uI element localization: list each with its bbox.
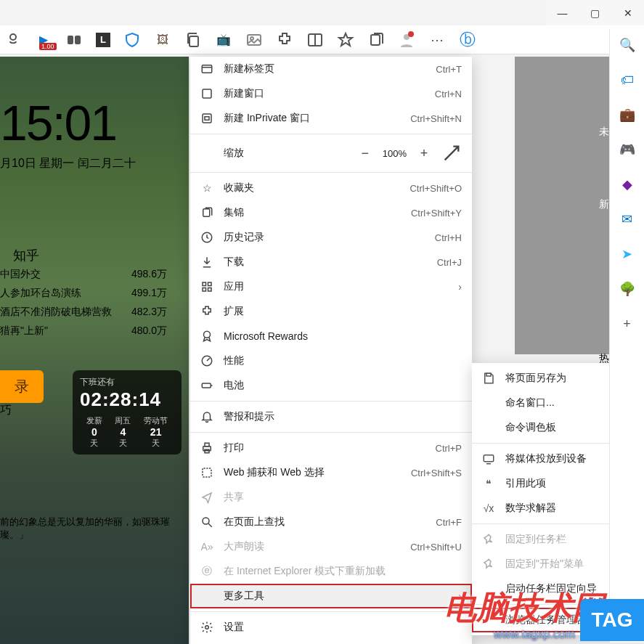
outlook-icon[interactable]: ✉ (617, 209, 637, 229)
profile-avatar[interactable] (398, 31, 415, 49)
menu-print[interactable]: 打印Ctrl+P (190, 436, 472, 460)
readaloud-icon: A» (200, 540, 213, 553)
feed-source: 知乎 (13, 247, 39, 264)
read-icon[interactable] (65, 31, 83, 49)
ie-icon: ⓔ (200, 565, 213, 578)
feed-item[interactable]: 中国外交498.6万 (0, 265, 174, 284)
menu-help[interactable]: 帮助和反馈› (190, 640, 472, 644)
games-icon[interactable]: 🎮 (617, 139, 637, 160)
cast-icon (482, 452, 495, 465)
picture-icon[interactable] (245, 31, 263, 49)
menu-downloads[interactable]: 下载Ctrl+J (190, 250, 472, 274)
zoom-in-button[interactable]: + (414, 143, 434, 163)
menu-webcapture[interactable]: Web 捕获和 Web 选择Ctrl+Shift+S (190, 460, 472, 485)
extension-icon[interactable] (276, 31, 293, 49)
split-icon[interactable] (306, 31, 324, 49)
svg-rect-17 (203, 282, 206, 286)
svg-point-21 (204, 331, 211, 338)
svg-rect-12 (203, 89, 211, 98)
window-minimize-button[interactable]: — (546, 0, 579, 25)
menu-extensions[interactable]: 扩展 (190, 299, 472, 324)
svg-point-28 (203, 518, 209, 524)
notification-dot-icon (408, 31, 414, 37)
favorites-icon[interactable] (337, 31, 354, 49)
svg-rect-32 (486, 373, 491, 376)
extension-icon (200, 305, 213, 318)
send-icon[interactable]: ➤ (617, 244, 637, 264)
fullscreen-button[interactable] (441, 143, 462, 163)
print-icon (200, 441, 213, 455)
window-maximize-button[interactable]: ▢ (579, 0, 611, 25)
feed-item[interactable]: 人参加环台岛演练499.1万 (0, 284, 174, 303)
collections-icon[interactable] (367, 31, 385, 49)
menu-new-tab[interactable]: 新建标签页Ctrl+T (190, 57, 472, 81)
feed-item[interactable]: 酒店不准消防破电梯营救482.3万 (0, 303, 174, 322)
tips-label: 巧 (0, 403, 12, 418)
save-icon (482, 372, 495, 385)
search-icon[interactable]: 🔍 (617, 35, 637, 55)
menu-performance[interactable]: 性能 (190, 349, 472, 373)
window-close-button[interactable]: ✕ (611, 0, 644, 25)
menu-separator (190, 611, 472, 612)
menu-new-inprivate[interactable]: 新建 InPrivate 窗口Ctrl+Shift+N (190, 106, 472, 131)
menu-share: 共享 (190, 485, 472, 510)
menu-new-window[interactable]: 新建窗口Ctrl+N (190, 81, 472, 106)
menu-more-tools[interactable]: 更多工具› (190, 584, 472, 608)
svg-line-29 (208, 523, 212, 527)
menu-apps[interactable]: 应用› (190, 274, 472, 299)
add-icon[interactable]: + (617, 314, 637, 334)
apps-icon (200, 280, 213, 293)
zoom-out-button[interactable]: − (355, 143, 375, 163)
svg-rect-10 (202, 65, 212, 73)
more-menu-button[interactable]: ⋯ (428, 31, 446, 49)
menu-history[interactable]: 历史记录Ctrl+H (190, 225, 472, 250)
video-icon[interactable]: ▶1.00 (35, 31, 52, 49)
svg-rect-20 (208, 288, 212, 292)
menu-favorites[interactable]: ☆收藏夹Ctrl+Shift+O (190, 176, 472, 200)
svg-point-5 (250, 37, 253, 40)
collections-icon (200, 206, 213, 219)
countdown-time: 02:28:14 (80, 388, 174, 411)
menu-settings[interactable]: 设置 (190, 615, 472, 640)
pin-icon (482, 558, 495, 571)
menu-readaloud: A»大声朗读Ctrl+Shift+U (190, 534, 472, 559)
menu-find[interactable]: 在页面上查找Ctrl+F (190, 510, 472, 534)
math-icon: √x (482, 502, 495, 515)
svg-rect-14 (205, 117, 209, 121)
copy-icon[interactable] (184, 31, 202, 49)
menu-battery[interactable]: 电池 (190, 373, 472, 398)
inprivate-icon (200, 112, 213, 125)
menu-collections[interactable]: 集锦Ctrl+Shift+Y (190, 200, 472, 225)
menu-rewards[interactable]: Microsoft Rewards (190, 324, 472, 349)
webcapture-icon (200, 466, 213, 479)
svg-rect-2 (75, 36, 81, 44)
login-widget[interactable]: 录 (0, 370, 44, 403)
tree-icon[interactable]: 🌳 (617, 279, 637, 299)
bell-icon (200, 410, 213, 423)
caption-text: 前的幻象总是无以复加的华丽，如驱珠璀璨。」 (0, 515, 180, 542)
letter-icon[interactable]: L (96, 33, 110, 47)
image-icon[interactable]: 🖼 (154, 31, 171, 49)
shield-icon[interactable] (123, 31, 141, 49)
m365-icon[interactable]: ◆ (617, 174, 637, 195)
bing-chat-icon[interactable]: ⓑ (459, 31, 476, 49)
svg-rect-19 (203, 288, 206, 292)
voice-icon[interactable] (4, 31, 22, 49)
briefcase-icon[interactable]: 💼 (617, 105, 637, 125)
tv-icon[interactable]: 📺 (215, 31, 232, 49)
countdown-label: 下班还有 (80, 376, 174, 388)
svg-rect-8 (371, 35, 380, 45)
menu-alerts[interactable]: 警报和提示 (190, 404, 472, 429)
star-icon: ☆ (200, 182, 213, 195)
rewards-icon (200, 330, 213, 343)
clock-date: 月10日 星期一 闰二月二十 (0, 156, 136, 171)
svg-rect-15 (203, 209, 210, 217)
feed-item[interactable]: 猎再"上新"480.0万 (0, 322, 174, 341)
svg-rect-22 (202, 383, 211, 388)
gear-icon (200, 621, 213, 634)
countdown-day: 劳动节21天 (144, 415, 168, 449)
countdown-widget[interactable]: 下班还有 02:28:14 发薪0天 周五4天 劳动节21天 (73, 370, 182, 455)
shopping-tag-icon[interactable]: 🏷 (617, 70, 637, 90)
menu-separator (190, 432, 472, 433)
svg-rect-3 (189, 36, 198, 46)
